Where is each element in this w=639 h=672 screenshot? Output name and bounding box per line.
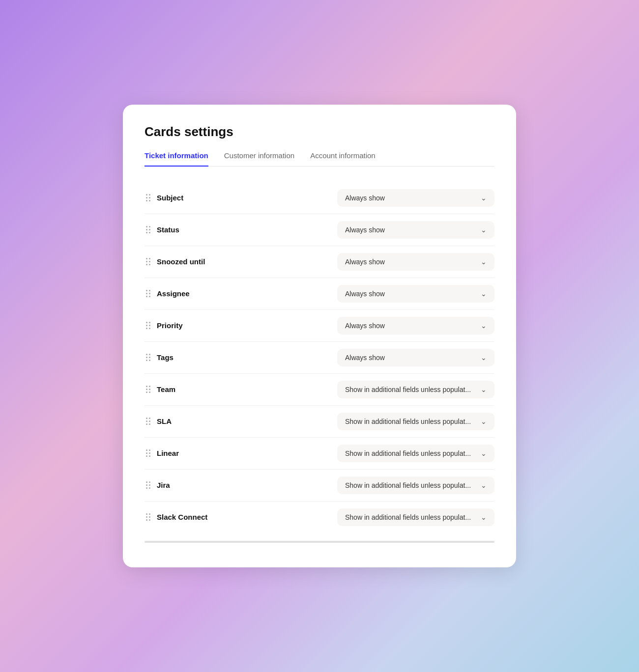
drag-dot	[149, 261, 150, 262]
label-slack-connect: Slack Connect	[157, 513, 207, 521]
drag-dot	[149, 258, 150, 259]
drag-dot	[149, 194, 150, 196]
select-jira[interactable]: Show in additional fields unless populat…	[337, 476, 494, 494]
row-jira-left: Jira	[145, 480, 170, 490]
select-status[interactable]: Always show ⌄	[337, 221, 494, 239]
drag-handle-priority[interactable]	[145, 321, 152, 330]
chevron-down-icon: ⌄	[481, 418, 487, 425]
select-assignee[interactable]: Always show ⌄	[337, 285, 494, 303]
drag-dot	[149, 293, 150, 294]
tab-account-information[interactable]: Account information	[310, 151, 376, 167]
drag-dot	[149, 392, 150, 393]
select-jira-value: Show in additional fields unless populat…	[345, 481, 471, 489]
drag-dot	[146, 513, 147, 515]
select-subject[interactable]: Always show ⌄	[337, 189, 494, 207]
row-linear-left: Linear	[145, 448, 179, 458]
drag-dot	[146, 386, 147, 387]
drag-dot	[149, 322, 150, 323]
drag-dot	[149, 232, 150, 233]
drag-dot	[149, 264, 150, 265]
label-priority: Priority	[157, 321, 183, 330]
drag-handle-team[interactable]	[145, 385, 152, 394]
row-jira: Jira Show in additional fields unless po…	[145, 470, 494, 502]
drag-handle-jira[interactable]	[145, 480, 152, 490]
scroll-indicator	[145, 541, 494, 543]
drag-dot	[146, 423, 147, 425]
drag-handle-sla[interactable]	[145, 417, 152, 426]
chevron-down-icon: ⌄	[481, 258, 487, 266]
drag-handle-slack-connect[interactable]	[145, 512, 152, 522]
drag-handle-status[interactable]	[145, 225, 152, 234]
tab-ticket-information[interactable]: Ticket information	[145, 151, 208, 167]
drag-dot	[149, 484, 150, 486]
drag-dot	[149, 325, 150, 326]
row-team-left: Team	[145, 385, 175, 394]
drag-handle-subject[interactable]	[145, 193, 152, 202]
select-priority[interactable]: Always show ⌄	[337, 317, 494, 335]
drag-handle-assignee[interactable]	[145, 289, 152, 298]
drag-dot	[149, 420, 150, 422]
select-linear[interactable]: Show in additional fields unless populat…	[337, 445, 494, 462]
drag-dot	[149, 423, 150, 425]
chevron-down-icon: ⌄	[481, 449, 487, 457]
row-priority: Priority Always show ⌄	[145, 310, 494, 342]
drag-handle-tags[interactable]	[145, 353, 152, 362]
chevron-down-icon: ⌄	[481, 194, 487, 202]
select-team[interactable]: Show in additional fields unless populat…	[337, 381, 494, 398]
drag-dot	[149, 200, 150, 201]
drag-dot	[146, 420, 147, 422]
row-tags: Tags Always show ⌄	[145, 342, 494, 374]
chevron-down-icon: ⌄	[481, 386, 487, 393]
select-sla[interactable]: Show in additional fields unless populat…	[337, 413, 494, 430]
drag-dot	[149, 197, 150, 198]
drag-handle-linear[interactable]	[145, 448, 152, 458]
drag-dot	[146, 418, 147, 419]
row-status: Status Always show ⌄	[145, 214, 494, 246]
drag-dot	[146, 392, 147, 393]
row-assignee-left: Assignee	[145, 289, 190, 298]
drag-dot	[149, 452, 150, 454]
drag-dot	[146, 264, 147, 265]
drag-dot	[146, 322, 147, 323]
label-tags: Tags	[157, 353, 174, 362]
drag-dot	[149, 516, 150, 518]
drag-dot	[146, 232, 147, 233]
cards-settings-panel: Cards settings Ticket information Custom…	[123, 105, 516, 567]
drag-dot	[149, 449, 150, 451]
row-status-left: Status	[145, 225, 179, 234]
drag-dot	[149, 328, 150, 329]
select-slack-connect[interactable]: Show in additional fields unless populat…	[337, 508, 494, 526]
row-subject: Subject Always show ⌄	[145, 182, 494, 214]
drag-dot	[149, 389, 150, 390]
row-tags-left: Tags	[145, 353, 174, 362]
drag-dot	[146, 360, 147, 361]
drag-dot	[149, 296, 150, 297]
select-tags[interactable]: Always show ⌄	[337, 349, 494, 366]
label-team: Team	[157, 385, 175, 393]
row-sla: SLA Show in additional fields unless pop…	[145, 406, 494, 438]
drag-dot	[149, 229, 150, 230]
drag-dot	[149, 455, 150, 457]
drag-dot	[146, 487, 147, 489]
label-snoozed-until: Snoozed until	[157, 257, 205, 266]
drag-dot	[146, 194, 147, 196]
drag-dot	[149, 481, 150, 483]
drag-handle-snoozed[interactable]	[145, 257, 152, 266]
row-snoozed-left: Snoozed until	[145, 257, 205, 266]
row-snoozed-until: Snoozed until Always show ⌄	[145, 246, 494, 278]
drag-dot	[146, 357, 147, 358]
label-status: Status	[157, 225, 179, 234]
label-subject: Subject	[157, 194, 183, 202]
drag-dot	[149, 519, 150, 521]
tab-customer-information[interactable]: Customer information	[224, 151, 294, 167]
tabs-container: Ticket information Customer information …	[145, 151, 494, 167]
drag-dot	[146, 449, 147, 451]
select-subject-value: Always show	[345, 194, 385, 202]
select-snoozed-until[interactable]: Always show ⌄	[337, 253, 494, 271]
select-priority-value: Always show	[345, 322, 385, 330]
drag-dot	[146, 481, 147, 483]
label-linear: Linear	[157, 449, 179, 457]
drag-dot	[146, 325, 147, 326]
drag-dot	[149, 418, 150, 419]
select-slack-value: Show in additional fields unless populat…	[345, 513, 471, 521]
